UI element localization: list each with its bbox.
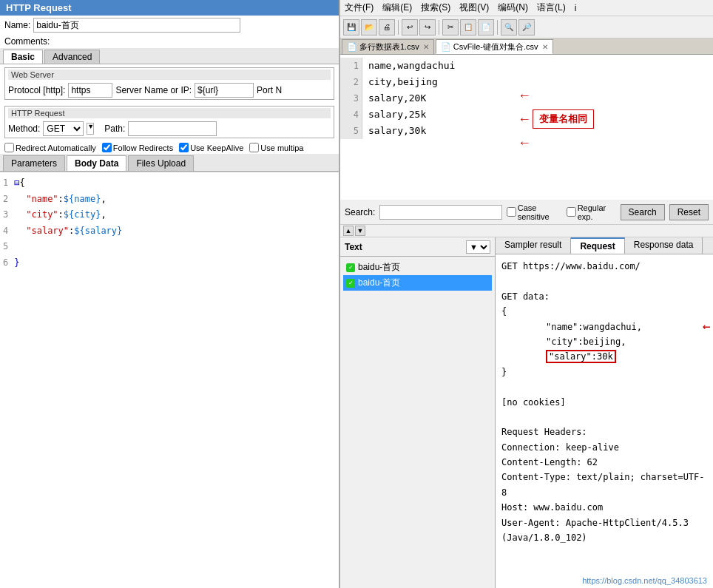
server-input[interactable] (195, 83, 254, 98)
code-area[interactable]: 1⊟{ 2"name":${name}, 3"city":${city}, 4"… (0, 172, 339, 588)
checkbox-redirect[interactable] (4, 143, 14, 152)
result-line-blank2 (501, 379, 707, 394)
text-panel-header: Text ▼ (340, 237, 495, 257)
list-item-1[interactable]: ✓ baidu-首页 (343, 260, 492, 275)
salary-highlight: "salary":30k (546, 350, 616, 363)
case-sensitive-checkbox[interactable] (507, 207, 516, 217)
toolbar-btn-5[interactable]: ↪ (419, 19, 436, 36)
search-bar: Search: Case sensitive Regular exp. Sear… (340, 200, 713, 225)
tab-csv2-label: CsvFile-键值对集合.csv (453, 41, 538, 53)
case-sensitive-label: Case sensitive (507, 203, 562, 221)
code-line-6: 6} (3, 255, 336, 271)
menu-item-lang[interactable]: 语言(L) (537, 1, 566, 14)
result-line-closebrace: } (501, 365, 707, 379)
protocol-input[interactable] (68, 83, 112, 98)
text-panel-select[interactable]: ▼ (466, 240, 490, 254)
toolbar: 💾 📂 🖨 ↩ ↪ ✂ 📋 📄 🔍 🔎 (340, 16, 713, 38)
toolbar-btn-2[interactable]: 📂 (361, 19, 377, 36)
checkbox-follow-label: Follow Redirects (102, 143, 173, 152)
menu-item-encode[interactable]: 编码(N) (498, 1, 528, 14)
result-line-headers: Request Headers: (501, 425, 707, 439)
method-dropdown-btn[interactable]: ▼ (87, 123, 94, 135)
tab-response-data[interactable]: Response data (625, 237, 703, 254)
tab-basic[interactable]: Basic (3, 50, 43, 64)
tab-advanced[interactable]: Advanced (44, 50, 100, 64)
menu-item-view[interactable]: 视图(V) (459, 1, 489, 14)
nav-up[interactable]: ▲ (343, 226, 354, 236)
tab-csv1-close[interactable]: ✕ (423, 43, 429, 51)
search-button[interactable]: Search (621, 204, 665, 220)
nav-arrows: ▲ ▼ (340, 225, 713, 237)
toolbar-btn-3[interactable]: 🖨 (379, 19, 395, 36)
checkbox-follow[interactable] (102, 143, 112, 152)
checkbox-multipart-label: Use multipa (249, 143, 303, 152)
checkbox-keepalive[interactable] (179, 143, 189, 152)
toolbar-btn-1[interactable]: 💾 (343, 19, 359, 36)
menu-item-search[interactable]: 搜索(S) (421, 1, 450, 14)
menu-item-file[interactable]: 文件(F) (345, 1, 374, 14)
tab-csv2-icon: 📄 (441, 42, 451, 52)
comments-row: Comments: (0, 35, 339, 48)
green-dot-2: ✓ (346, 279, 355, 288)
result-line-connection: Connection: keep-alive (501, 440, 707, 455)
search-label: Search: (345, 207, 375, 217)
tab-files[interactable]: Files Upload (128, 155, 194, 171)
code-line-3: 3"city":${city}, (3, 207, 336, 223)
regex-checkbox[interactable] (567, 207, 576, 217)
line-numbers: 12345 (340, 58, 362, 139)
list-item-2[interactable]: ✓ baidu-首页 (343, 275, 492, 291)
result-panel: Sampler result Request Response data GET… (496, 237, 713, 588)
path-input[interactable] (128, 121, 217, 136)
toolbar-btn-8[interactable]: 📄 (478, 19, 494, 36)
nav-down[interactable]: ▼ (355, 226, 365, 236)
tab-sampler-result[interactable]: Sampler result (496, 237, 571, 254)
search-input[interactable] (379, 205, 501, 220)
editor-content[interactable]: name,wangdachui city,beijing salary,20K … (362, 58, 461, 139)
menu-item-more[interactable]: i (575, 3, 577, 13)
method-select[interactable]: GETPOST (43, 121, 84, 136)
panel-title: HTTP Request (0, 0, 339, 16)
checkboxes-row: Redirect Automatically Follow Redirects … (0, 141, 339, 154)
checkbox-multipart[interactable] (249, 143, 259, 152)
result-line-host: Host: www.baidu.com (501, 500, 707, 515)
tab-csv1[interactable]: 📄 多行数据表1.csv ✕ (342, 39, 434, 54)
menu-item-edit[interactable]: 编辑(E) (382, 1, 412, 14)
editor-line-3: salary,20K (368, 90, 455, 107)
toolbar-btn-4[interactable]: ↩ (402, 19, 418, 36)
method-label: Method: (8, 124, 40, 134)
result-line-salary: "salary":30k (501, 349, 707, 364)
menu-bar: 文件(F) 编辑(E) 搜索(S) 视图(V) 编码(N) 语言(L) i (340, 0, 713, 16)
editor-line-4: salary,25k (368, 107, 455, 123)
watermark: https://blog.csdn.net/qq_34803613 (582, 576, 707, 585)
tab-request[interactable]: Request (571, 237, 624, 254)
text-panel-title: Text (345, 242, 362, 252)
regex-label: Regular exp. (567, 203, 616, 221)
left-panel: HTTP Request Name: Comments: Basic Advan… (0, 0, 340, 588)
http-request-section-title: HTTP Request (8, 108, 331, 118)
server-label: Server Name or IP: (115, 85, 192, 95)
toolbar-btn-6[interactable]: ✂ (442, 19, 459, 36)
toolbar-btn-9[interactable]: 🔍 (501, 19, 517, 36)
tab-params[interactable]: Parameters (3, 155, 65, 171)
web-server-fields: Protocol [http]: Server Name or IP: Port… (8, 83, 331, 98)
tab-csv2[interactable]: 📄 CsvFile-键值对集合.csv ✕ (436, 39, 553, 54)
toolbar-btn-10[interactable]: 🔎 (518, 19, 535, 36)
result-content[interactable]: GET https://www.baidu.com/ GET data: { "… (496, 254, 713, 588)
editor-line-5: salary,30k (368, 123, 455, 139)
reset-button[interactable]: Reset (669, 204, 709, 220)
http-request-section: HTTP Request Method: GETPOST ▼ Path: (4, 106, 334, 138)
toolbar-btn-7[interactable]: 📋 (460, 19, 476, 36)
result-line-contentlength: Content-Length: 62 (501, 455, 707, 470)
tab-body[interactable]: Body Data (67, 155, 126, 171)
tab-csv2-close[interactable]: ✕ (542, 43, 548, 51)
result-line-get: GET https://www.baidu.com/ (501, 259, 707, 274)
result-tabs: Sampler result Request Response data (496, 237, 713, 254)
path-label: Path: (104, 124, 125, 134)
web-server-section: Web Server Protocol [http]: Server Name … (4, 67, 334, 100)
name-input[interactable] (33, 18, 240, 33)
result-line-getdata: GET data: (501, 289, 707, 304)
checkbox-redirect-label: Redirect Automatically (4, 143, 96, 152)
name-row: Name: (0, 16, 339, 35)
comments-label: Comments: (4, 36, 50, 47)
protocol-label: Protocol [http]: (8, 85, 65, 95)
